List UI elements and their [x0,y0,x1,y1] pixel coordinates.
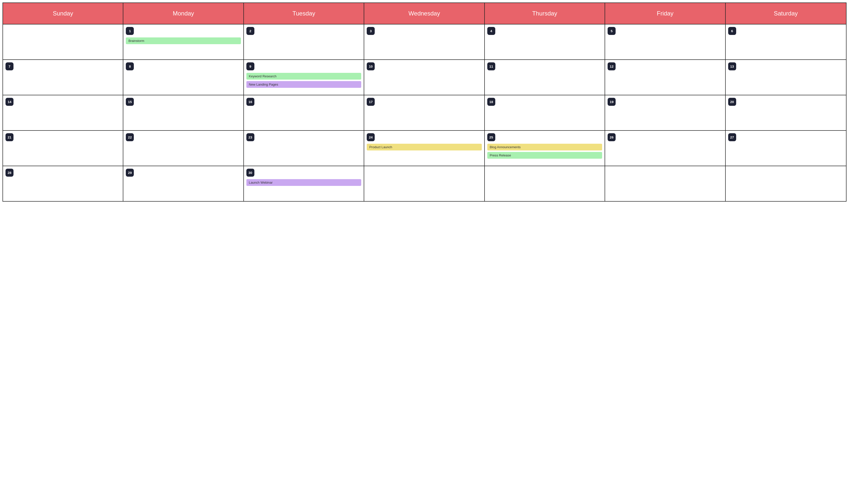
calendar-cell[interactable]: 1Brainstorm [123,24,244,59]
calendar-row-1: 789Keyword ResearchNew Landing Pages1011… [3,59,846,95]
calendar-cell[interactable]: 9Keyword ResearchNew Landing Pages [244,60,364,95]
date-badge: 15 [126,98,134,106]
calendar-cell[interactable]: 6 [726,24,846,59]
calendar-cell[interactable]: 8 [123,60,244,95]
event-item[interactable]: Product Launch [367,144,481,150]
calendar-cell[interactable]: 22 [123,131,244,166]
calendar-cell[interactable]: 16 [244,95,364,130]
calendar-cell[interactable] [726,166,846,201]
calendar-cell[interactable]: 3 [364,24,484,59]
calendar-cell[interactable]: 28 [3,166,123,201]
calendar-cell[interactable]: 18 [485,95,605,130]
calendar-row-3: 21222324Product Launch25Blog Announcemen… [3,130,846,166]
calendar: SundayMondayTuesdayWednesdayThursdayFrid… [2,2,847,202]
event-item[interactable]: Keyword Research [246,73,361,79]
calendar-cell[interactable]: 13 [726,60,846,95]
date-badge: 24 [367,133,375,141]
date-badge: 16 [246,98,254,106]
date-badge: 29 [126,169,134,177]
calendar-cell[interactable]: 11 [485,60,605,95]
date-badge: 10 [367,62,375,70]
calendar-row-2: 14151617181920 [3,95,846,130]
date-badge: 30 [246,169,254,177]
date-badge: 3 [367,27,375,35]
date-badge: 22 [126,133,134,141]
date-badge: 17 [367,98,375,106]
calendar-cell[interactable] [605,166,725,201]
header-day-saturday: Saturday [726,3,846,24]
date-badge: 4 [487,27,495,35]
event-item[interactable]: Press Release [487,152,602,159]
calendar-cell[interactable]: 15 [123,95,244,130]
header-day-friday: Friday [605,3,725,24]
date-badge: 11 [487,62,495,70]
header-day-wednesday: Wednesday [364,3,484,24]
date-badge: 25 [487,133,495,141]
calendar-cell[interactable]: 2 [244,24,364,59]
calendar-cell[interactable]: 10 [364,60,484,95]
date-badge: 20 [728,98,736,106]
calendar-cell[interactable] [3,24,123,59]
calendar-cell[interactable]: 4 [485,24,605,59]
date-badge: 8 [126,62,134,70]
calendar-cell[interactable]: 29 [123,166,244,201]
calendar-cell[interactable]: 24Product Launch [364,131,484,166]
calendar-cell[interactable] [485,166,605,201]
date-badge: 2 [246,27,254,35]
date-badge: 21 [5,133,14,141]
calendar-cell[interactable]: 5 [605,24,725,59]
header-day-sunday: Sunday [3,3,123,24]
date-badge: 5 [607,27,616,35]
calendar-header: SundayMondayTuesdayWednesdayThursdayFrid… [3,3,846,24]
date-badge: 12 [607,62,616,70]
event-item[interactable]: Blog Announcements [487,144,602,150]
calendar-cell[interactable]: 17 [364,95,484,130]
calendar-cell[interactable]: 20 [726,95,846,130]
calendar-cell[interactable]: 19 [605,95,725,130]
date-badge: 19 [607,98,616,106]
calendar-cell[interactable]: 30Launch Webinar [244,166,364,201]
calendar-cell[interactable]: 21 [3,131,123,166]
calendar-cell[interactable]: 25Blog AnnouncementsPress Release [485,131,605,166]
calendar-row-0: 1Brainstorm23456 [3,24,846,59]
header-day-tuesday: Tuesday [244,3,364,24]
header-day-monday: Monday [123,3,244,24]
calendar-body: 1Brainstorm23456789Keyword ResearchNew L… [3,24,846,201]
event-item[interactable]: New Landing Pages [246,81,361,88]
event-item[interactable]: Launch Webinar [246,179,361,186]
date-badge: 7 [5,62,14,70]
date-badge: 9 [246,62,254,70]
date-badge: 14 [5,98,14,106]
date-badge: 18 [487,98,495,106]
calendar-cell[interactable]: 14 [3,95,123,130]
date-badge: 26 [607,133,616,141]
calendar-cell[interactable]: 12 [605,60,725,95]
date-badge: 27 [728,133,736,141]
calendar-cell[interactable] [364,166,484,201]
calendar-cell[interactable]: 7 [3,60,123,95]
date-badge: 6 [728,27,736,35]
calendar-cell[interactable]: 26 [605,131,725,166]
calendar-row-4: 282930Launch Webinar [3,166,846,201]
date-badge: 13 [728,62,736,70]
date-badge: 28 [5,169,14,177]
event-item[interactable]: Brainstorm [126,37,241,44]
date-badge: 23 [246,133,254,141]
header-day-thursday: Thursday [485,3,605,24]
calendar-cell[interactable]: 27 [726,131,846,166]
calendar-cell[interactable]: 23 [244,131,364,166]
date-badge: 1 [126,27,134,35]
